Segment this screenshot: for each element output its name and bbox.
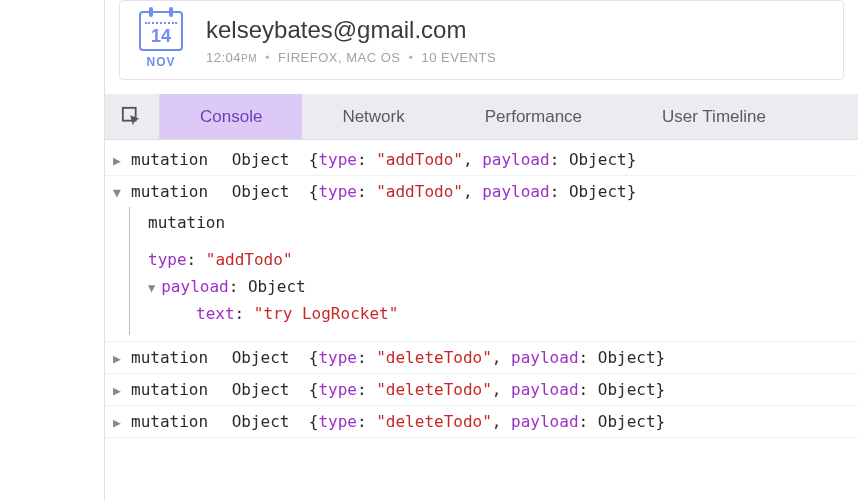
- calendar-icon: 14 NOV: [134, 11, 188, 69]
- log-row[interactable]: ▶ mutation Object {type: "deleteTodo", p…: [105, 341, 858, 374]
- inspect-button[interactable]: [105, 94, 160, 139]
- log-row-header[interactable]: ▼ mutation Object {type: "addTodo", payl…: [109, 182, 850, 201]
- tab-performance[interactable]: Performance: [445, 94, 622, 139]
- tab-bar: Console Network Performance User Timelin…: [105, 94, 858, 140]
- calendar-day: 14: [151, 26, 171, 47]
- collapse-caret-icon[interactable]: ▼: [148, 281, 155, 295]
- log-row-expanded: ▼ mutation Object {type: "addTodo", payl…: [105, 176, 858, 341]
- log-content: mutation Object {type: "deleteTodo", pay…: [131, 412, 665, 431]
- session-meta: 12:04PM • FIREFOX, MAC OS • 10 EVENTS: [206, 50, 829, 65]
- tab-timeline[interactable]: User Timeline: [622, 94, 806, 139]
- expanded-text-line: text: "try LogRocket": [148, 300, 850, 327]
- expanded-body: mutation type: "addTodo" ▼payload: Objec…: [129, 207, 850, 335]
- left-gutter: [0, 0, 105, 500]
- session-events: 10 EVENTS: [422, 50, 497, 65]
- session-info: kelseybates@gmail.com 12:04PM • FIREFOX,…: [206, 16, 829, 65]
- expanded-label: mutation: [148, 209, 850, 236]
- expand-caret-icon[interactable]: ▶: [109, 380, 125, 398]
- session-card[interactable]: 14 NOV kelseybates@gmail.com 12:04PM • F…: [119, 0, 844, 80]
- collapse-caret-icon[interactable]: ▼: [109, 182, 125, 201]
- session-email: kelseybates@gmail.com: [206, 16, 829, 44]
- session-time: 12:04PM: [206, 50, 257, 65]
- expanded-type-line: type: "addTodo": [148, 246, 850, 273]
- inspect-icon: [121, 106, 143, 128]
- log-row[interactable]: ▶ mutation Object {type: "addTodo", payl…: [105, 144, 858, 176]
- expand-caret-icon[interactable]: ▶: [109, 412, 125, 430]
- expanded-payload-line[interactable]: ▼payload: Object: [148, 273, 850, 300]
- log-row[interactable]: ▶ mutation Object {type: "deleteTodo", p…: [105, 406, 858, 438]
- log-content: mutation Object {type: "deleteTodo", pay…: [131, 380, 665, 399]
- console-output: ▶ mutation Object {type: "addTodo", payl…: [105, 140, 858, 500]
- session-browser: FIREFOX, MAC OS: [278, 50, 400, 65]
- log-content: mutation Object {type: "addTodo", payloa…: [131, 182, 636, 201]
- calendar-month: NOV: [146, 55, 175, 69]
- main-panel: 14 NOV kelseybates@gmail.com 12:04PM • F…: [105, 0, 858, 500]
- meta-separator: •: [265, 50, 270, 65]
- expand-caret-icon[interactable]: ▶: [109, 150, 125, 168]
- log-content: mutation Object {type: "addTodo", payloa…: [131, 150, 636, 169]
- log-row[interactable]: ▶ mutation Object {type: "deleteTodo", p…: [105, 374, 858, 406]
- meta-separator: •: [408, 50, 413, 65]
- tab-network[interactable]: Network: [302, 94, 444, 139]
- tab-console[interactable]: Console: [160, 94, 302, 139]
- expand-caret-icon[interactable]: ▶: [109, 348, 125, 366]
- log-content: mutation Object {type: "deleteTodo", pay…: [131, 348, 665, 367]
